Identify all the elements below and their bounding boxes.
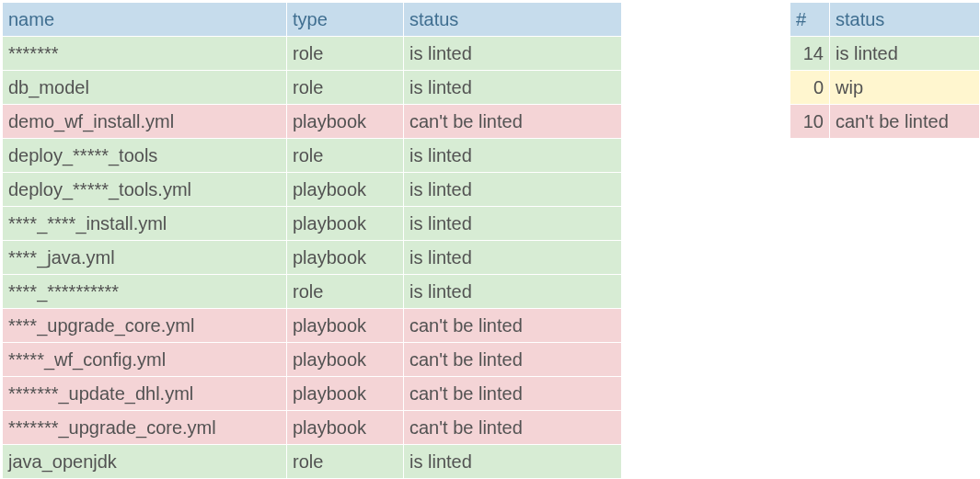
cell-name: ****_java.yml (3, 241, 287, 275)
table-row: *******roleis linted (3, 37, 622, 71)
col-type: type (287, 3, 404, 37)
table-row: 10can't be linted (790, 105, 980, 139)
cell-status: is linted (404, 275, 622, 309)
table-row: deploy_*****_tools.ymlplaybookis linted (3, 173, 622, 207)
cell-status: can't be linted (404, 105, 622, 139)
cell-count: 10 (790, 105, 830, 139)
cell-type: role (287, 445, 404, 479)
lint-summary-table: # status 14is linted0wip10can't be linte… (790, 2, 980, 139)
table-row: 14is linted (790, 37, 980, 71)
table-row: ****_**********roleis linted (3, 275, 622, 309)
table-row: ****_****_install.ymlplaybookis linted (3, 207, 622, 241)
cell-type: role (287, 71, 404, 105)
cell-count: 14 (790, 37, 830, 71)
cell-status: can't be linted (404, 309, 622, 343)
cell-type: role (287, 139, 404, 173)
cell-name: java_openjdk (3, 445, 287, 479)
cell-count: 0 (790, 71, 830, 105)
cell-type: playbook (287, 105, 404, 139)
table-row: *******_update_dhl.ymlplaybookcan't be l… (3, 377, 622, 411)
cell-name: ******* (3, 37, 287, 71)
cell-type: playbook (287, 343, 404, 377)
table-row: db_modelroleis linted (3, 71, 622, 105)
lint-results-table: name type status *******roleis linteddb_… (2, 2, 622, 479)
table-row: java_openjdkroleis linted (3, 445, 622, 479)
cell-status: is linted (404, 241, 622, 275)
table-row: 0wip (790, 71, 980, 105)
cell-type: playbook (287, 207, 404, 241)
cell-status: can't be linted (404, 343, 622, 377)
cell-status: is linted (404, 139, 622, 173)
col-status: status (830, 3, 980, 37)
cell-status: is linted (404, 445, 622, 479)
cell-type: playbook (287, 309, 404, 343)
cell-name: deploy_*****_tools (3, 139, 287, 173)
cell-status: is linted (404, 71, 622, 105)
col-count: # (790, 3, 830, 37)
cell-status: is linted (404, 37, 622, 71)
cell-type: playbook (287, 411, 404, 445)
cell-type: playbook (287, 173, 404, 207)
table-header-row: # status (790, 3, 980, 37)
table-header-row: name type status (3, 3, 622, 37)
table-row: *******_upgrade_core.ymlplaybookcan't be… (3, 411, 622, 445)
col-name: name (3, 3, 287, 37)
cell-status: is linted (404, 173, 622, 207)
cell-name: *******_update_dhl.yml (3, 377, 287, 411)
cell-name: db_model (3, 71, 287, 105)
cell-name: deploy_*****_tools.yml (3, 173, 287, 207)
table-row: ****_upgrade_core.ymlplaybookcan't be li… (3, 309, 622, 343)
table-row: deploy_*****_toolsroleis linted (3, 139, 622, 173)
cell-name: *******_upgrade_core.yml (3, 411, 287, 445)
table-row: demo_wf_install.ymlplaybookcan't be lint… (3, 105, 622, 139)
table-row: ****_java.ymlplaybookis linted (3, 241, 622, 275)
cell-name: ****_upgrade_core.yml (3, 309, 287, 343)
cell-type: playbook (287, 241, 404, 275)
cell-status: can't be linted (404, 377, 622, 411)
cell-status: is linted (404, 207, 622, 241)
cell-type: role (287, 37, 404, 71)
cell-name: demo_wf_install.yml (3, 105, 287, 139)
cell-name: ****_****_install.yml (3, 207, 287, 241)
cell-status: is linted (830, 37, 980, 71)
cell-name: ****_********** (3, 275, 287, 309)
cell-name: *****_wf_config.yml (3, 343, 287, 377)
cell-status: can't be linted (404, 411, 622, 445)
cell-status: can't be linted (830, 105, 980, 139)
cell-type: role (287, 275, 404, 309)
table-row: *****_wf_config.ymlplaybookcan't be lint… (3, 343, 622, 377)
col-status: status (404, 3, 622, 37)
cell-type: playbook (287, 377, 404, 411)
cell-status: wip (830, 71, 980, 105)
